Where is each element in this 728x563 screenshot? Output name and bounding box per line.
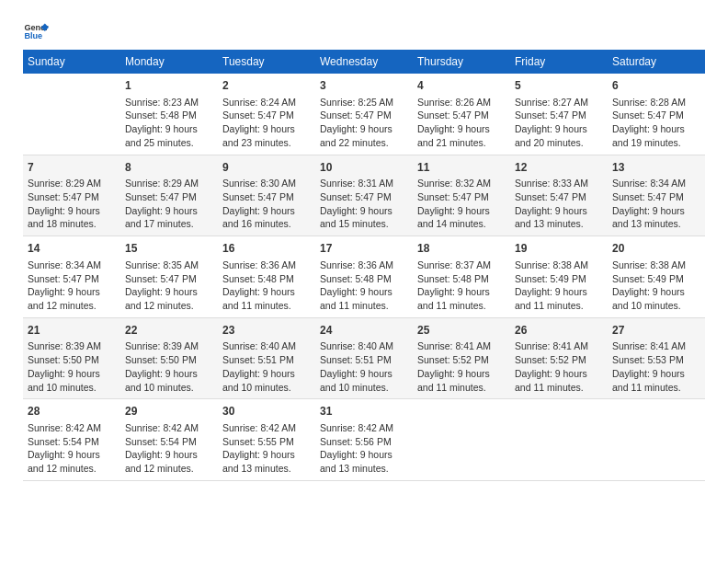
- calendar-cell: 14Sunrise: 8:34 AM Sunset: 5:47 PM Dayli…: [23, 236, 120, 318]
- calendar-week-1: 1Sunrise: 8:23 AM Sunset: 5:48 PM Daylig…: [23, 74, 705, 155]
- day-number: 5: [515, 78, 603, 94]
- logo: General Blue: [23, 18, 49, 44]
- calendar-cell: 3Sunrise: 8:25 AM Sunset: 5:47 PM Daylig…: [315, 74, 413, 155]
- calendar-cell: 30Sunrise: 8:42 AM Sunset: 5:55 PM Dayli…: [218, 399, 315, 481]
- day-info: Sunrise: 8:40 AM Sunset: 5:51 PM Dayligh…: [222, 339, 311, 394]
- day-number: 26: [515, 323, 603, 339]
- calendar-cell: 13Sunrise: 8:34 AM Sunset: 5:47 PM Dayli…: [608, 155, 705, 236]
- day-number: 6: [612, 78, 700, 94]
- calendar-cell: 12Sunrise: 8:33 AM Sunset: 5:47 PM Dayli…: [510, 155, 608, 236]
- calendar-cell: 31Sunrise: 8:42 AM Sunset: 5:56 PM Dayli…: [315, 399, 413, 481]
- day-number: 14: [28, 241, 116, 257]
- day-info: Sunrise: 8:34 AM Sunset: 5:47 PM Dayligh…: [28, 259, 116, 313]
- calendar-cell: 16Sunrise: 8:36 AM Sunset: 5:48 PM Dayli…: [218, 236, 315, 318]
- day-number: 8: [125, 160, 213, 176]
- day-info: Sunrise: 8:33 AM Sunset: 5:47 PM Dayligh…: [515, 177, 603, 231]
- calendar-cell: 23Sunrise: 8:40 AM Sunset: 5:51 PM Dayli…: [218, 317, 315, 399]
- day-number: 2: [222, 78, 311, 94]
- day-number: 27: [612, 323, 700, 339]
- calendar-cell: 24Sunrise: 8:40 AM Sunset: 5:51 PM Dayli…: [315, 317, 413, 399]
- calendar-cell: 21Sunrise: 8:39 AM Sunset: 5:50 PM Dayli…: [23, 317, 120, 399]
- calendar-cell: 6Sunrise: 8:28 AM Sunset: 5:47 PM Daylig…: [608, 74, 705, 155]
- logo-icon: General Blue: [23, 18, 49, 44]
- day-info: Sunrise: 8:31 AM Sunset: 5:47 PM Dayligh…: [320, 177, 408, 231]
- weekday-header-wednesday: Wednesday: [315, 50, 413, 74]
- day-info: Sunrise: 8:35 AM Sunset: 5:47 PM Dayligh…: [125, 259, 213, 313]
- day-number: 4: [417, 78, 506, 94]
- day-info: Sunrise: 8:42 AM Sunset: 5:54 PM Dayligh…: [125, 421, 213, 476]
- calendar-cell: 2Sunrise: 8:24 AM Sunset: 5:47 PM Daylig…: [218, 74, 315, 155]
- day-info: Sunrise: 8:23 AM Sunset: 5:48 PM Dayligh…: [125, 96, 213, 150]
- day-info: Sunrise: 8:42 AM Sunset: 5:56 PM Dayligh…: [320, 421, 408, 476]
- calendar-week-5: 28Sunrise: 8:42 AM Sunset: 5:54 PM Dayli…: [23, 399, 705, 481]
- calendar-cell: 7Sunrise: 8:29 AM Sunset: 5:47 PM Daylig…: [23, 155, 120, 236]
- calendar-cell: 20Sunrise: 8:38 AM Sunset: 5:49 PM Dayli…: [608, 236, 705, 318]
- day-info: Sunrise: 8:39 AM Sunset: 5:50 PM Dayligh…: [125, 339, 213, 394]
- day-info: Sunrise: 8:41 AM Sunset: 5:52 PM Dayligh…: [515, 339, 603, 394]
- calendar-header: SundayMondayTuesdayWednesdayThursdayFrid…: [23, 50, 705, 74]
- day-number: 16: [222, 241, 311, 257]
- calendar-cell: [23, 74, 120, 155]
- calendar-table: SundayMondayTuesdayWednesdayThursdayFrid…: [23, 50, 705, 481]
- day-number: 11: [417, 160, 506, 176]
- day-number: 10: [320, 160, 408, 176]
- day-number: 7: [28, 160, 116, 176]
- calendar-cell: [608, 399, 705, 481]
- day-number: 31: [320, 404, 408, 419]
- day-info: Sunrise: 8:24 AM Sunset: 5:47 PM Dayligh…: [222, 96, 311, 150]
- calendar-cell: 1Sunrise: 8:23 AM Sunset: 5:48 PM Daylig…: [120, 74, 218, 155]
- calendar-cell: 10Sunrise: 8:31 AM Sunset: 5:47 PM Dayli…: [315, 155, 413, 236]
- day-number: 13: [612, 160, 700, 176]
- calendar-cell: 8Sunrise: 8:29 AM Sunset: 5:47 PM Daylig…: [120, 155, 218, 236]
- calendar-cell: 18Sunrise: 8:37 AM Sunset: 5:48 PM Dayli…: [413, 236, 510, 318]
- calendar-cell: 27Sunrise: 8:41 AM Sunset: 5:53 PM Dayli…: [608, 317, 705, 399]
- day-info: Sunrise: 8:32 AM Sunset: 5:47 PM Dayligh…: [417, 177, 506, 231]
- day-number: 25: [417, 323, 506, 339]
- calendar-cell: 4Sunrise: 8:26 AM Sunset: 5:47 PM Daylig…: [413, 74, 510, 155]
- day-number: 15: [125, 241, 213, 257]
- day-info: Sunrise: 8:40 AM Sunset: 5:51 PM Dayligh…: [320, 339, 408, 394]
- calendar-cell: 29Sunrise: 8:42 AM Sunset: 5:54 PM Dayli…: [120, 399, 218, 481]
- day-info: Sunrise: 8:38 AM Sunset: 5:49 PM Dayligh…: [612, 259, 700, 313]
- calendar-cell: 28Sunrise: 8:42 AM Sunset: 5:54 PM Dayli…: [23, 399, 120, 481]
- day-number: 29: [125, 404, 213, 419]
- day-info: Sunrise: 8:39 AM Sunset: 5:50 PM Dayligh…: [28, 339, 116, 394]
- calendar-cell: 19Sunrise: 8:38 AM Sunset: 5:49 PM Dayli…: [510, 236, 608, 318]
- day-number: 21: [28, 323, 116, 339]
- calendar-cell: 5Sunrise: 8:27 AM Sunset: 5:47 PM Daylig…: [510, 74, 608, 155]
- day-info: Sunrise: 8:36 AM Sunset: 5:48 PM Dayligh…: [222, 259, 311, 313]
- day-number: 23: [222, 323, 311, 339]
- calendar-cell: [510, 399, 608, 481]
- day-number: 28: [28, 404, 116, 419]
- calendar-cell: 17Sunrise: 8:36 AM Sunset: 5:48 PM Dayli…: [315, 236, 413, 318]
- day-info: Sunrise: 8:26 AM Sunset: 5:47 PM Dayligh…: [417, 96, 506, 150]
- day-number: 19: [515, 241, 603, 257]
- day-info: Sunrise: 8:27 AM Sunset: 5:47 PM Dayligh…: [515, 96, 603, 150]
- calendar-cell: 22Sunrise: 8:39 AM Sunset: 5:50 PM Dayli…: [120, 317, 218, 399]
- day-info: Sunrise: 8:28 AM Sunset: 5:47 PM Dayligh…: [612, 96, 700, 150]
- weekday-header-saturday: Saturday: [608, 50, 705, 74]
- day-info: Sunrise: 8:41 AM Sunset: 5:52 PM Dayligh…: [417, 339, 506, 394]
- day-number: 17: [320, 241, 408, 257]
- day-number: 22: [125, 323, 213, 339]
- day-number: 12: [515, 160, 603, 176]
- calendar-cell: 15Sunrise: 8:35 AM Sunset: 5:47 PM Dayli…: [120, 236, 218, 318]
- day-info: Sunrise: 8:38 AM Sunset: 5:49 PM Dayligh…: [515, 259, 603, 313]
- day-info: Sunrise: 8:37 AM Sunset: 5:48 PM Dayligh…: [417, 259, 506, 313]
- calendar-week-4: 21Sunrise: 8:39 AM Sunset: 5:50 PM Dayli…: [23, 317, 705, 399]
- day-info: Sunrise: 8:42 AM Sunset: 5:55 PM Dayligh…: [222, 421, 311, 476]
- day-info: Sunrise: 8:42 AM Sunset: 5:54 PM Dayligh…: [28, 421, 116, 476]
- calendar-cell: 9Sunrise: 8:30 AM Sunset: 5:47 PM Daylig…: [218, 155, 315, 236]
- day-number: 1: [125, 78, 213, 94]
- weekday-header-monday: Monday: [120, 50, 218, 74]
- weekday-header-friday: Friday: [510, 50, 608, 74]
- calendar-cell: 26Sunrise: 8:41 AM Sunset: 5:52 PM Dayli…: [510, 317, 608, 399]
- header: General Blue: [23, 18, 705, 44]
- day-info: Sunrise: 8:36 AM Sunset: 5:48 PM Dayligh…: [320, 259, 408, 313]
- day-number: 24: [320, 323, 408, 339]
- day-number: 20: [612, 241, 700, 257]
- day-number: 9: [222, 160, 311, 176]
- weekday-header-sunday: Sunday: [23, 50, 120, 74]
- day-info: Sunrise: 8:29 AM Sunset: 5:47 PM Dayligh…: [125, 177, 213, 231]
- day-info: Sunrise: 8:29 AM Sunset: 5:47 PM Dayligh…: [28, 177, 116, 231]
